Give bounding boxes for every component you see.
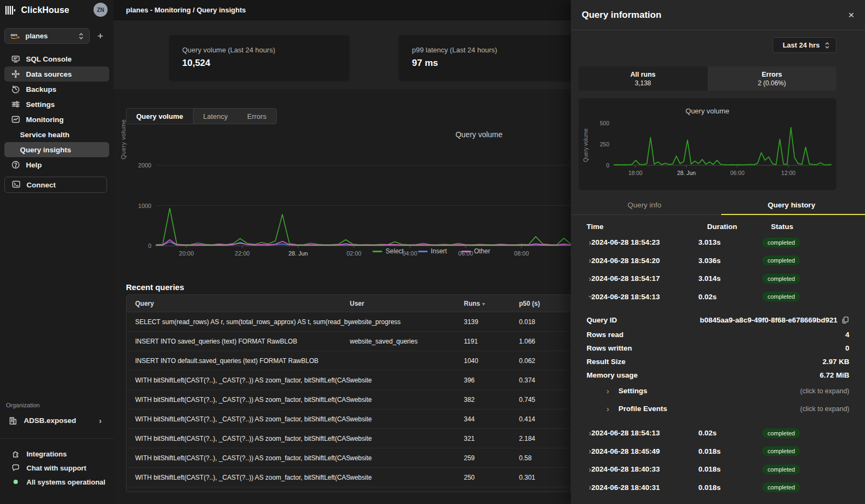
legend-label: Other [474,247,490,255]
legend-item-select[interactable]: Select [372,247,403,255]
table-row[interactable]: SELECT sum(read_rows) AS r, sum(total_ro… [127,312,570,332]
sidebar: ClickHouse ZN aws planes + SQL Console D… [0,0,114,504]
status-badge: completed [762,482,801,492]
expandable-settings[interactable]: › Settings (click to expand) [571,382,865,400]
history-time: 2024-06-28 18:54:23 [591,238,698,246]
tab-errors[interactable]: Errors [237,109,276,124]
history-row[interactable]: › 2024-06-28 18:54:20 3.036s completed [571,252,865,270]
backups-icon [11,85,20,93]
panel-tab-query-info[interactable]: Query info [571,196,718,214]
data-sources-icon [11,70,20,78]
topbar: planes - Monitoring / Query insights [114,0,571,20]
chevron-right-icon[interactable]: › [571,274,591,283]
history-row[interactable]: › 2024-06-28 18:54:17 3.014s completed [571,270,865,288]
panel-tab-query-history[interactable]: Query history [718,196,865,214]
history-time: 2024-06-28 18:40:31 [591,483,698,492]
copy-icon[interactable] [841,316,849,324]
history-row[interactable]: › 2024-06-28 18:54:13 0.02s completed [571,424,865,442]
sidebar-item-label: Help [26,161,42,169]
history-row[interactable]: › 2024-06-28 18:45:49 0.018s completed [571,442,865,461]
sidebar-item-query-insights[interactable]: Query insights [4,142,109,157]
chevron-right-icon[interactable]: › [571,483,591,492]
chevron-right-icon[interactable]: › [571,429,591,438]
panel-title: Query information [582,10,661,21]
table-row[interactable]: WITH bitShiftLeft(CAST(?..), _CAST(?..))… [127,429,570,448]
svg-text:12:00: 12:00 [781,170,795,176]
cell-user: website [350,454,464,462]
sidebar-nav: SQL Console Data sources Backups Setting… [4,51,109,172]
sidebar-item-service-health[interactable]: Service health [4,127,109,142]
table-row[interactable]: WITH bitShiftLeft(CAST(?..), _CAST(?..))… [127,409,570,429]
service-select-value: planes [25,32,78,40]
mini-y-axis-label: Query volume [583,129,589,162]
expandable-profile-events[interactable]: › Profile Events (click to expand) [571,400,865,418]
history-duration: 3.013s [698,238,762,246]
cell-user: website_saved_queries [350,338,464,345]
cell-p50: 0.374 [519,377,570,384]
sidebar-item-help[interactable]: Help [4,157,109,172]
column-header-runs[interactable]: Runs▾ [464,300,519,307]
cell-query: WITH bitShiftLeft(CAST(?..), _CAST(?..))… [127,435,350,442]
table-row[interactable]: WITH bitShiftLeft(CAST(?..), _CAST(?..))… [127,371,570,390]
service-select[interactable]: aws planes [4,28,90,44]
legend-item-other[interactable]: Other [461,247,490,255]
cell-runs: 250 [464,474,519,481]
history-time: 2024-06-28 18:45:49 [591,447,698,455]
legend-label: Insert [431,247,447,255]
chevron-right-icon[interactable]: › [571,447,591,455]
panel-header: Query information × [571,0,865,30]
sidebar-item-backups[interactable]: Backups [4,82,109,97]
table-row[interactable]: INSERT INTO default.saved_queries (text)… [127,351,570,371]
time-range-select[interactable]: Last 24 hrs [773,37,836,53]
legend-swatch [372,251,382,252]
legend-swatch [418,251,428,252]
sidebar-item-sql-console[interactable]: SQL Console [4,51,109,66]
close-icon[interactable]: × [848,10,854,20]
app-logo: ClickHouse ZN [5,3,108,17]
select-updown-icon [78,32,84,40]
query-id-row: Query ID b0845aa9-a8c9-49f0-8f68-e678669… [571,312,865,328]
chevron-right-icon[interactable]: › [571,465,591,474]
chat-icon [11,463,20,472]
connect-button[interactable]: Connect [4,177,107,193]
chevron-down-icon[interactable]: › [572,292,593,301]
history-row[interactable]: › 2024-06-28 18:54:23 3.013s completed [571,233,865,252]
organization-heading: Organization [6,402,39,408]
svg-text:28. Jun: 28. Jun [677,170,696,176]
expand-hint: (click to expand) [800,405,849,413]
history-time: 2024-06-28 18:40:33 [591,465,698,473]
column-header-user[interactable]: User [350,300,464,307]
sidebar-footer-chat-with-support[interactable]: Chat with support [4,461,109,475]
table-row[interactable]: INSERT INTO saved_queries (text) FORMAT … [127,332,570,351]
errors-toggle[interactable]: Errors 2 (0.06%) [708,66,837,91]
organization-item[interactable]: ADSB.exposed › [4,413,109,428]
all-runs-toggle[interactable]: All runs 3,138 [578,66,708,91]
history-row[interactable]: › 2024-06-28 18:40:31 0.018s completed [571,479,865,497]
chevron-right-icon[interactable]: › [571,238,591,247]
legend-item-insert[interactable]: Insert [418,247,447,255]
chevron-right-icon[interactable]: › [571,256,591,265]
history-time: 2024-06-28 18:54:13 [591,429,698,437]
column-header-p50[interactable]: p50 (s) [519,300,570,307]
expandable-label: Settings [618,387,647,395]
sidebar-item-data-sources[interactable]: Data sources [4,66,109,82]
footer-item-label: All systems operational [26,478,105,486]
user-avatar[interactable]: ZN [94,3,108,17]
sidebar-footer-all-systems-operational[interactable]: All systems operational [4,475,109,489]
tab-query-volume[interactable]: Query volume [127,109,194,124]
table-row[interactable]: WITH bitShiftLeft(CAST(?..), _CAST(?..))… [127,390,570,409]
footer-item-label: Integrations [26,450,66,458]
sidebar-item-label: Backups [26,85,56,93]
table-row[interactable]: WITH bitShiftLeft(CAST(?..), _CAST(?..))… [127,468,570,487]
tab-latency[interactable]: Latency [194,109,238,124]
column-header-query[interactable]: Query [127,300,350,307]
cell-p50: 0.745 [519,396,570,404]
table-row[interactable]: WITH bitShiftLeft(CAST(?..), _CAST(?..))… [127,448,570,468]
history-row[interactable]: › 2024-06-28 18:54:13 0.02s completed [571,288,865,306]
sidebar-item-settings[interactable]: Settings [4,97,109,112]
sidebar-footer: Integrations Chat with support All syste… [4,447,109,489]
sidebar-footer-integrations[interactable]: Integrations [4,447,109,461]
history-row[interactable]: › 2024-06-28 18:40:33 0.018s completed [571,460,865,479]
sidebar-item-monitoring[interactable]: Monitoring [4,112,109,127]
add-service-button[interactable]: + [97,31,103,41]
